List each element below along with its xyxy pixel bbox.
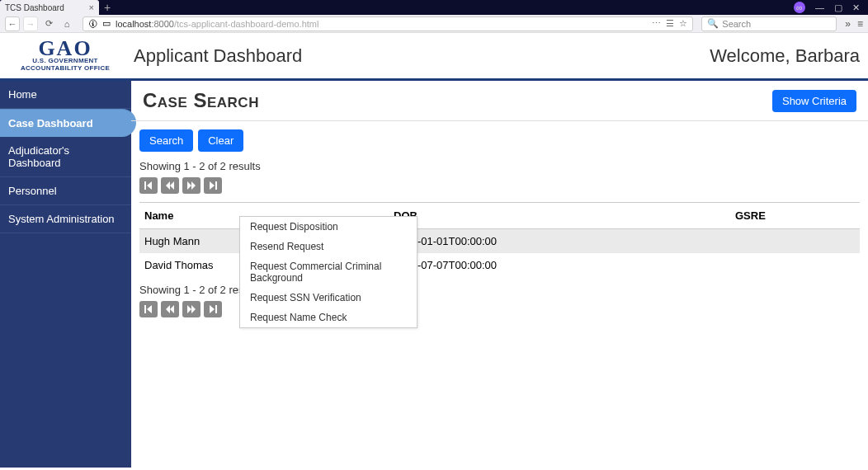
more-icon[interactable]: ⋯ xyxy=(652,18,661,29)
results-summary-top: Showing 1 - 2 of 2 results xyxy=(131,157,868,176)
url-port: :8000 xyxy=(151,19,174,29)
column-gsre[interactable]: GSRE xyxy=(730,203,860,229)
shield-icon: 🛈 xyxy=(88,19,97,29)
lock-icon: ▭ xyxy=(102,18,111,29)
search-button[interactable]: Search xyxy=(139,129,193,152)
url-host: localhost xyxy=(116,19,151,29)
logo-line2: ACCOUNTABILITY OFFICE xyxy=(21,65,110,73)
logo-acronym: GAO xyxy=(38,39,92,58)
browser-search-input[interactable]: 🔍 Search xyxy=(701,16,837,31)
toolbar-right-icons: » ≡ xyxy=(845,18,863,30)
browser-toolbar: ← → ⟳ ⌂ 🛈 ▭ localhost:8000/tcs-applicant… xyxy=(0,15,868,33)
column-dob[interactable]: DOB xyxy=(389,203,730,229)
page-title: Case Search xyxy=(143,89,259,112)
pager-last-icon[interactable] xyxy=(204,301,222,317)
app-header: GAO U.S. GOVERNMENT ACCOUNTABILITY OFFIC… xyxy=(0,33,868,81)
pager-prev-icon[interactable] xyxy=(161,177,179,194)
search-icon: 🔍 xyxy=(707,18,719,29)
sidebar-item-case-dashboard[interactable]: Case Dashboard xyxy=(0,109,136,137)
pager-first-icon[interactable] xyxy=(139,177,158,194)
browser-tab[interactable]: TCS Dashboard × xyxy=(0,0,99,15)
tab-close-icon[interactable]: × xyxy=(89,2,94,12)
cell-dob: 1987-07-07T00:00:00 xyxy=(389,253,730,277)
cell-dob: 1999-01-01T00:00:00 xyxy=(389,229,730,254)
pager-first-icon[interactable] xyxy=(139,301,158,317)
context-menu: Request Disposition Resend Request Reque… xyxy=(239,216,417,328)
sidebar-item-personnel[interactable]: Personnel xyxy=(0,177,131,205)
minimize-icon[interactable]: — xyxy=(815,2,824,12)
logo: GAO U.S. GOVERNMENT ACCOUNTABILITY OFFIC… xyxy=(5,39,125,73)
menu-resend-request[interactable]: Resend Request xyxy=(240,237,417,256)
hamburger-icon[interactable]: ≡ xyxy=(857,18,863,30)
cell-gsre xyxy=(730,253,860,277)
maximize-icon[interactable]: ▢ xyxy=(834,2,842,13)
url-bar[interactable]: 🛈 ▭ localhost:8000/tcs-applicant-dashboa… xyxy=(83,16,693,31)
url-action-icons: ⋯ ☰ ☆ xyxy=(652,18,687,29)
browser-titlebar: TCS Dashboard × + ∞ — ▢ ✕ xyxy=(0,0,868,15)
url-path: /tcs-applicant-dashboard-demo.html xyxy=(174,19,318,29)
back-button[interactable]: ← xyxy=(5,16,20,31)
cell-gsre xyxy=(730,229,860,254)
sidebar-item-sysadmin[interactable]: System Administration xyxy=(0,205,131,233)
reader-icon[interactable]: ☰ xyxy=(666,18,674,29)
show-criteria-button[interactable]: Show Criteria xyxy=(772,90,856,112)
page-header: Case Search Show Criteria xyxy=(131,81,868,121)
clear-button[interactable]: Clear xyxy=(198,129,243,152)
forward-button[interactable]: → xyxy=(23,16,38,31)
close-window-icon[interactable]: ✕ xyxy=(852,2,860,13)
tab-strip: TCS Dashboard × + xyxy=(0,0,111,15)
reload-button[interactable]: ⟳ xyxy=(41,16,56,31)
search-placeholder: Search xyxy=(722,19,751,29)
menu-request-disposition[interactable]: Request Disposition xyxy=(240,217,417,237)
sidebar-item-home[interactable]: Home xyxy=(0,81,131,109)
sidebar: Home Case Dashboard Adjudicator's Dashbo… xyxy=(0,81,131,468)
window-controls: ∞ — ▢ ✕ xyxy=(794,2,868,13)
pager-top xyxy=(131,176,868,199)
main-layout: Home Case Dashboard Adjudicator's Dashbo… xyxy=(0,81,868,468)
pager-prev-icon[interactable] xyxy=(161,301,179,317)
pager-next-icon[interactable] xyxy=(182,301,200,317)
pager-last-icon[interactable] xyxy=(204,177,222,194)
extension-badge-icon[interactable]: ∞ xyxy=(794,2,805,13)
new-tab-icon[interactable]: + xyxy=(104,1,111,14)
app-title: Applicant Dashboard xyxy=(134,45,302,67)
menu-request-ssn-verification[interactable]: Request SSN Verification xyxy=(240,288,417,308)
menu-request-name-check[interactable]: Request Name Check xyxy=(240,308,417,327)
sidebar-item-adjudicator[interactable]: Adjudicator's Dashboard xyxy=(0,137,131,177)
action-row: Search Clear xyxy=(131,121,868,157)
home-button[interactable]: ⌂ xyxy=(59,16,74,31)
bookmark-icon[interactable]: ☆ xyxy=(679,18,687,29)
menu-request-criminal-bg[interactable]: Request Commercial Criminal Background xyxy=(240,256,417,288)
pager-next-icon[interactable] xyxy=(182,177,200,194)
tab-title: TCS Dashboard xyxy=(5,3,89,12)
welcome-text: Welcome, Barbara xyxy=(710,45,860,67)
overflow-icon[interactable]: » xyxy=(845,18,851,30)
